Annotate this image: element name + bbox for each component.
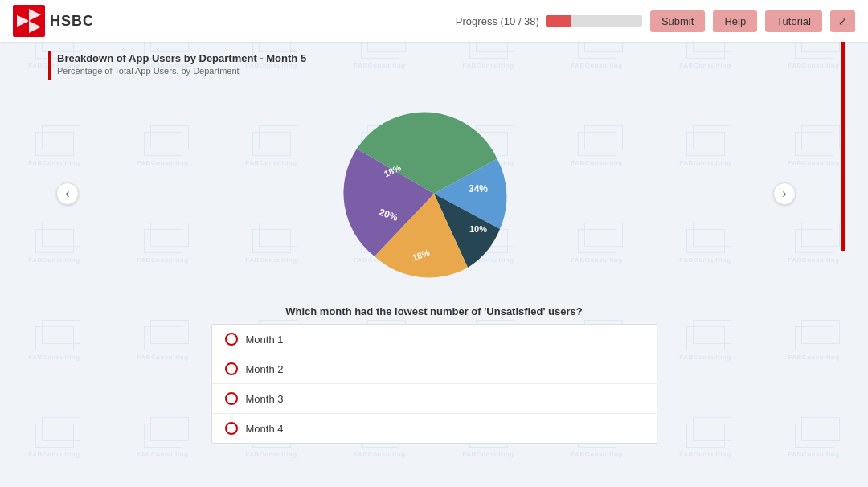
chart-title: Breakdown of App Users by Department - M… <box>57 51 306 66</box>
prev-nav-button[interactable]: ‹ <box>56 182 79 205</box>
chart-section: Breakdown of App Users by Department - M… <box>0 42 868 302</box>
help-button[interactable]: Help <box>713 10 757 32</box>
chart-title-area: Breakdown of App Users by Department - M… <box>48 51 820 80</box>
prev-arrow-icon: ‹ <box>65 186 69 201</box>
submit-button[interactable]: Submit <box>650 10 705 32</box>
option-label-4: Month 4 <box>246 423 284 435</box>
logo-area: HSBC <box>13 5 94 37</box>
hsbc-logo-icon <box>13 5 45 37</box>
option-label-3: Month 3 <box>246 393 284 405</box>
radio-option-2[interactable] <box>225 362 238 375</box>
option-label-2: Month 2 <box>246 363 284 375</box>
tutorial-button[interactable]: Tutorial <box>765 10 822 32</box>
pie-container: ‹ 34% 10% 18% 20% 18% <box>48 85 820 302</box>
chart-subtitle: Percentage of Total App Users, by Depart… <box>57 66 306 76</box>
radio-option-1[interactable] <box>225 333 238 346</box>
option-row-1[interactable]: Month 1 <box>212 325 657 354</box>
main-content: HSBC Progress (10 / 38) Submit Help Tuto… <box>0 0 868 487</box>
pie-label-1: 34% <box>469 183 488 194</box>
hsbc-logo: HSBC <box>13 5 94 37</box>
option-row-3[interactable]: Month 3 <box>212 384 657 414</box>
header-right: Progress (10 / 38) Submit Help Tutorial … <box>456 10 855 32</box>
hsbc-name-label: HSBC <box>50 13 94 30</box>
option-label-1: Month 1 <box>246 334 284 346</box>
title-accent-bar <box>48 51 51 80</box>
red-vertical-bar <box>841 42 845 251</box>
question-section: Which month had the lowest number of 'Un… <box>0 302 868 444</box>
question-text: Which month had the lowest number of 'Un… <box>104 305 764 317</box>
progress-bar <box>546 15 642 27</box>
next-nav-button[interactable]: › <box>773 182 796 205</box>
progress-area: Progress (10 / 38) <box>456 15 642 27</box>
header: HSBC Progress (10 / 38) Submit Help Tuto… <box>0 0 868 42</box>
option-row-2[interactable]: Month 2 <box>212 354 657 384</box>
chart-title-block: Breakdown of App Users by Department - M… <box>57 51 306 76</box>
expand-button[interactable]: ⤢ <box>830 10 855 32</box>
progress-fill <box>546 15 571 27</box>
radio-option-4[interactable] <box>225 422 238 435</box>
progress-label: Progress (10 / 38) <box>456 15 539 27</box>
pie-chart: 34% 10% 18% 20% 18% <box>330 89 538 298</box>
option-row-4[interactable]: Month 4 <box>212 414 657 443</box>
options-container: Month 1 Month 2 Month 3 Month 4 <box>211 324 657 444</box>
radio-option-3[interactable] <box>225 392 238 405</box>
next-arrow-icon: › <box>782 186 786 201</box>
pie-label-2: 10% <box>469 224 487 234</box>
